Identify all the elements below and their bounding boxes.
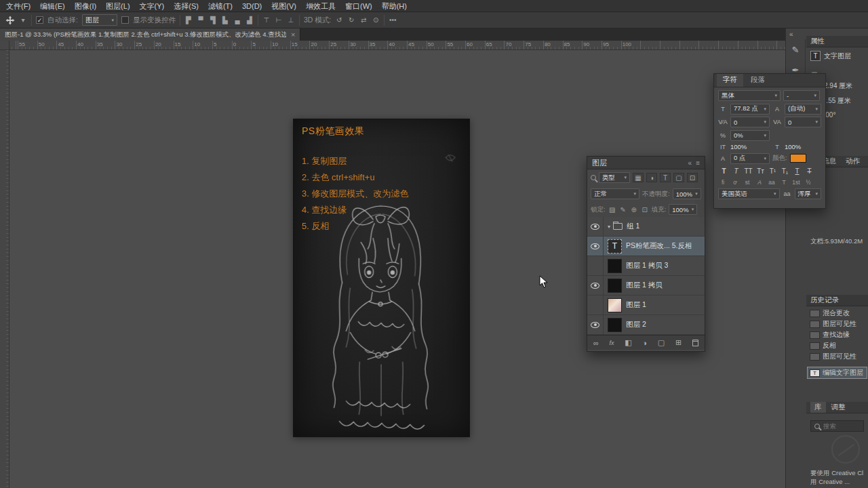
layers-panel-header[interactable]: 图层 « ≡ bbox=[587, 157, 705, 169]
layer-style-icon[interactable]: fx bbox=[610, 340, 614, 346]
libraries-search[interactable] bbox=[810, 420, 864, 432]
menu-item-filter[interactable]: 滤镜(T) bbox=[203, 0, 237, 12]
layer-row-copy-3[interactable]: 图层 1 拷贝 3 bbox=[587, 256, 705, 276]
auto-select-dropdown[interactable]: 图层 bbox=[82, 14, 117, 26]
menu-item-help[interactable]: 帮助(H) bbox=[377, 0, 412, 12]
collapse-dock-icon[interactable]: « bbox=[789, 30, 793, 38]
group-expand-caret-icon[interactable]: ▾ bbox=[608, 224, 610, 230]
3d-roll-icon[interactable]: ↻ bbox=[347, 16, 355, 24]
tracking-dropdown[interactable]: 0 bbox=[785, 117, 821, 127]
layer-row-1[interactable]: 图层 1 bbox=[587, 296, 705, 315]
vertical-scale-value[interactable]: 100% bbox=[730, 143, 770, 150]
layer-row-2[interactable]: 图层 2 bbox=[587, 315, 705, 335]
ordinals-icon[interactable]: 1st bbox=[791, 178, 801, 186]
language-dropdown[interactable]: 美国英语 bbox=[718, 188, 780, 199]
menu-item-view[interactable]: 视图(V) bbox=[267, 0, 301, 12]
history-item[interactable]: 混合更改 bbox=[808, 308, 867, 319]
layer-row-copy[interactable]: 图层 1 拷贝 bbox=[587, 276, 705, 296]
panel-menu-icon[interactable]: ≡ bbox=[696, 159, 700, 167]
lock-transparency-icon[interactable]: ▨ bbox=[608, 206, 616, 214]
align-center-h-icon[interactable]: ▀ bbox=[197, 16, 205, 24]
new-group-icon[interactable]: ▢ bbox=[658, 338, 665, 347]
titling-alternates-icon[interactable]: T bbox=[779, 178, 789, 186]
filter-smart-object-icon[interactable]: ⊡ bbox=[687, 173, 698, 182]
layer-thumbnail[interactable] bbox=[608, 298, 622, 312]
vertical-ruler[interactable] bbox=[0, 50, 9, 488]
horizontal-scale-value[interactable]: 100% bbox=[785, 143, 801, 150]
small-caps-icon[interactable]: Tᴛ bbox=[755, 166, 766, 176]
options-overflow-icon[interactable]: ••• bbox=[389, 16, 397, 24]
brush-settings-icon[interactable]: ✎ bbox=[787, 42, 804, 57]
align-bottom-icon[interactable]: ▟ bbox=[245, 16, 254, 24]
menu-item-type[interactable]: 文字(Y) bbox=[135, 0, 170, 12]
menu-item-image[interactable]: 图像(I) bbox=[70, 0, 101, 12]
align-middle-icon[interactable]: ▄ bbox=[233, 16, 241, 24]
tab-paragraph[interactable]: 段落 bbox=[745, 74, 771, 87]
align-top-icon[interactable]: ▙ bbox=[221, 16, 229, 24]
history-item[interactable]: 图层可见性 bbox=[808, 319, 867, 329]
underline-icon[interactable]: T bbox=[791, 166, 803, 176]
swash-icon[interactable]: A bbox=[755, 178, 764, 186]
subscript-icon[interactable]: T₁ bbox=[779, 166, 791, 176]
menu-item-edit[interactable]: 编辑(E) bbox=[35, 0, 70, 12]
layer-thumbnail[interactable] bbox=[608, 259, 622, 273]
distribute-top-icon[interactable]: ⊤ bbox=[262, 16, 271, 24]
kerning-dropdown[interactable]: 0 bbox=[730, 117, 770, 127]
distribute-center-icon[interactable]: ⊢ bbox=[275, 16, 283, 24]
filter-type-dropdown[interactable]: 类型 bbox=[599, 172, 630, 183]
filter-adjustment-icon[interactable]: ◑ bbox=[646, 173, 657, 182]
font-family-dropdown[interactable]: 黑体 bbox=[718, 90, 781, 101]
tool-preset-caret-icon[interactable]: ▾ bbox=[19, 16, 27, 24]
opacity-dropdown[interactable]: 100% bbox=[673, 188, 701, 199]
tab-character[interactable]: 字符 bbox=[717, 74, 743, 87]
leading-dropdown[interactable]: (自动) bbox=[785, 104, 821, 115]
font-size-dropdown[interactable]: 77.82 点 bbox=[730, 104, 770, 115]
horizontal-ruler[interactable]: 5550454035302520151050510152025303540455… bbox=[9, 41, 868, 50]
contextual-alternates-icon[interactable]: ơ bbox=[730, 178, 740, 186]
filter-shape-icon[interactable]: ▢ bbox=[673, 173, 684, 182]
lock-position-icon[interactable]: ⊕ bbox=[630, 206, 638, 214]
document-tab[interactable]: 图层-1 @ 33.3% (PS粉笔画效果 1.复制图层 2.去色 ctrl+s… bbox=[0, 28, 300, 41]
collapse-icon[interactable]: « bbox=[688, 159, 692, 167]
visibility-cell[interactable] bbox=[587, 315, 604, 334]
visibility-cell[interactable] bbox=[587, 237, 604, 256]
move-tool-icon[interactable] bbox=[5, 16, 15, 25]
ligatures-icon[interactable]: fi bbox=[718, 178, 728, 186]
visibility-cell[interactable] bbox=[587, 256, 604, 275]
history-item[interactable]: 查找边缘 bbox=[808, 329, 867, 340]
layer-thumbnail[interactable] bbox=[608, 279, 622, 293]
menu-item-window[interactable]: 窗口(W) bbox=[340, 0, 377, 12]
visibility-cell[interactable] bbox=[587, 296, 604, 314]
superscript-icon[interactable]: T¹ bbox=[767, 166, 778, 176]
distribute-bottom-icon[interactable]: ⊥ bbox=[287, 16, 295, 24]
all-caps-icon[interactable]: TT bbox=[743, 166, 754, 176]
history-panel-header[interactable]: 历史记录 bbox=[806, 295, 868, 306]
discretionary-ligatures-icon[interactable]: st bbox=[743, 178, 752, 186]
baseline-dropdown[interactable]: 0 点 bbox=[730, 153, 770, 164]
3d-rotate-icon[interactable]: ↺ bbox=[335, 16, 343, 24]
fractions-icon[interactable]: ½ bbox=[804, 178, 813, 186]
align-right-icon[interactable]: ▜ bbox=[209, 16, 217, 24]
layer-row-text[interactable]: T PS粉笔画改... 5.反相 bbox=[587, 237, 705, 256]
lock-pixels-icon[interactable]: ✎ bbox=[619, 206, 627, 214]
align-left-icon[interactable]: ▛ bbox=[184, 16, 193, 24]
tab-libraries[interactable]: 库 bbox=[810, 402, 826, 413]
3d-slide-icon[interactable]: ⊙ bbox=[372, 16, 380, 24]
faux-bold-icon[interactable]: T bbox=[718, 166, 730, 176]
blend-mode-dropdown[interactable]: 正常 bbox=[591, 188, 639, 199]
antialias-dropdown[interactable]: 浑厚 bbox=[795, 188, 821, 199]
add-mask-icon[interactable]: ◧ bbox=[625, 338, 631, 347]
link-layers-icon[interactable]: ∞ bbox=[593, 339, 599, 347]
visibility-cell[interactable] bbox=[587, 276, 604, 295]
layer-row-group-1[interactable]: ▾ 组 1 bbox=[587, 217, 705, 237]
filter-image-icon[interactable]: ▦ bbox=[633, 173, 644, 182]
font-style-dropdown[interactable]: - bbox=[783, 90, 820, 101]
fill-dropdown[interactable]: 100% bbox=[669, 204, 697, 215]
faux-italic-icon[interactable]: T bbox=[730, 166, 742, 176]
filter-text-icon[interactable]: T bbox=[660, 173, 671, 182]
auto-select-checkbox[interactable]: ✓ bbox=[36, 16, 43, 24]
close-icon[interactable]: × bbox=[291, 30, 295, 39]
delete-layer-icon[interactable] bbox=[692, 340, 698, 346]
show-transform-checkbox[interactable] bbox=[121, 16, 129, 24]
tab-actions[interactable]: 动作 bbox=[842, 156, 864, 167]
